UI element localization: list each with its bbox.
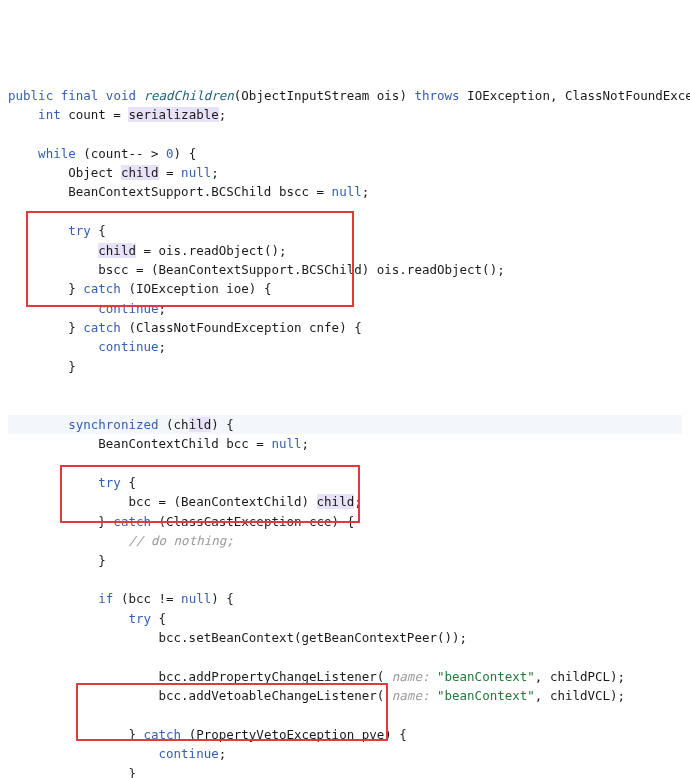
text: { [121, 475, 136, 490]
keyword: continue [98, 339, 158, 354]
text: ) { [211, 417, 234, 432]
indent [8, 243, 98, 258]
text: } [8, 553, 106, 568]
punct: ; [362, 184, 370, 199]
punct: ; [302, 436, 310, 451]
keyword: try [68, 223, 91, 238]
text [429, 688, 437, 703]
method-name: readChildren [144, 88, 234, 103]
indent [8, 223, 68, 238]
punct: ; [219, 107, 227, 122]
punct: ; [159, 301, 167, 316]
params: (ObjectInputStream ois) [234, 88, 415, 103]
keyword: while [38, 146, 76, 161]
number: 0 [166, 146, 174, 161]
punct: ; [159, 339, 167, 354]
text: (bcc != [113, 591, 181, 606]
text: (ch [159, 417, 189, 432]
text: BeanContextChild bcc = [8, 436, 271, 451]
null: null [181, 591, 211, 606]
text: = [159, 165, 182, 180]
text: , childPCL); [535, 669, 625, 684]
punct: ; [219, 746, 227, 761]
text: ) { [174, 146, 197, 161]
keyword: int [38, 107, 61, 122]
indent [8, 146, 38, 161]
comment: // do nothing; [128, 533, 233, 548]
identifier: child [98, 243, 136, 258]
text: Object [8, 165, 121, 180]
indent [8, 611, 128, 626]
text: (ClassNotFoundException cnfe) { [121, 320, 362, 335]
text: } [8, 281, 83, 296]
indent [8, 533, 128, 548]
param-hint: name: [392, 688, 430, 703]
keyword: catch [83, 281, 121, 296]
text: (PropertyVetoException pve) { [181, 727, 407, 742]
indent [8, 339, 98, 354]
keyword: continue [159, 746, 219, 761]
keyword: final [61, 88, 99, 103]
null: null [332, 184, 362, 199]
code-block: public final void readChildren(ObjectInp… [8, 86, 682, 779]
indent [8, 107, 38, 122]
text: count = [61, 107, 129, 122]
indent [8, 417, 68, 432]
identifier: child [317, 494, 355, 509]
keyword: throws [414, 88, 459, 103]
throws-list: IOException, ClassNotFoundException { [460, 88, 690, 103]
text: ) { [211, 591, 234, 606]
keyword: try [98, 475, 121, 490]
text: { [151, 611, 166, 626]
highlighted-line: synchronized (child) { [8, 415, 682, 434]
keyword: void [106, 88, 136, 103]
text: { [91, 223, 106, 238]
text: } [8, 359, 76, 374]
text: } [8, 320, 83, 335]
text: } [8, 766, 136, 778]
indent [8, 591, 98, 606]
string: "beanContext" [437, 669, 535, 684]
identifier: child [121, 165, 159, 180]
keyword: catch [83, 320, 121, 335]
null: null [181, 165, 211, 180]
punct: ; [211, 165, 219, 180]
text: bcc.setBeanContext(getBeanContextPeer())… [8, 630, 467, 645]
string: "beanContext" [437, 688, 535, 703]
keyword: catch [113, 514, 151, 529]
text [429, 669, 437, 684]
text: BeanContextSupport.BCSChild bscc = [8, 184, 332, 199]
text: (count-- > [76, 146, 166, 161]
keyword: catch [143, 727, 181, 742]
keyword: if [98, 591, 113, 606]
text: , childVCL); [535, 688, 625, 703]
keyword: continue [98, 301, 158, 316]
indent [8, 475, 98, 490]
keyword: synchronized [68, 417, 158, 432]
text: } [8, 727, 143, 742]
indent [8, 301, 98, 316]
identifier: ild [189, 417, 212, 432]
text: (IOException ioe) { [121, 281, 272, 296]
identifier: serializable [128, 107, 218, 122]
text: bcc.addPropertyChangeListener( [8, 669, 392, 684]
text: bscc = (BeanContextSupport.BCSChild) ois… [8, 262, 505, 277]
text: = ois.readObject(); [136, 243, 287, 258]
keyword: try [128, 611, 151, 626]
null: null [271, 436, 301, 451]
param-hint: name: [392, 669, 430, 684]
punct: ; [354, 494, 362, 509]
text: (ClassCastException cce) { [151, 514, 354, 529]
text: bcc.addVetoableChangeListener( [8, 688, 392, 703]
keyword: public [8, 88, 53, 103]
text: bcc = (BeanContextChild) [8, 494, 317, 509]
text: } [8, 514, 113, 529]
indent [8, 746, 159, 761]
